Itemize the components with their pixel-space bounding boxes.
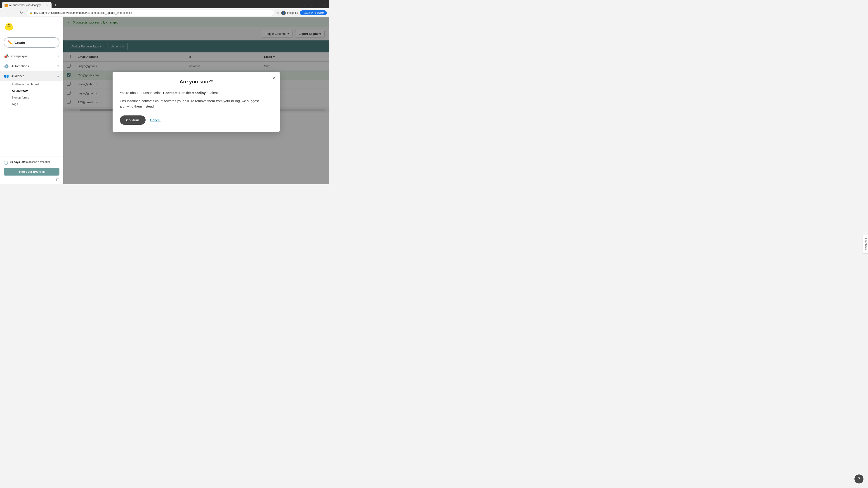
modal-line1-suffix: audience.	[206, 91, 221, 95]
sidebar-item-audience[interactable]: 👥 Audience ▲	[0, 71, 63, 81]
browser-actions: 👤 Incognito Relaunch to update	[281, 10, 327, 15]
trial-suffix: to access a free trial.	[26, 160, 51, 164]
sidebar-logo	[0, 18, 63, 35]
audience-label: Audience	[11, 74, 55, 78]
trial-text: 89 days left to access a free trial.	[10, 160, 51, 164]
mailchimp-logo	[4, 21, 14, 32]
tab-list-button[interactable]: ⌄	[302, 2, 309, 8]
tab-favicon: 🐵	[4, 4, 8, 7]
browser-tab-bar: 🐵 All subscribers of Moodjoy | Ma... ✕ +…	[0, 0, 329, 8]
sidebar-item-audience-dashboard[interactable]: Audience dashboard	[12, 81, 63, 88]
modal-actions: Confirm Cancel	[120, 116, 273, 125]
audience-icon: 👥	[4, 73, 9, 79]
back-button[interactable]: ←	[2, 10, 8, 16]
collapse-icon[interactable]: ⊡	[56, 177, 59, 182]
modal-title: Are you sure?	[120, 79, 273, 85]
audience-sub-nav: Audience dashboard All contacts Signup f…	[0, 81, 63, 107]
reload-button[interactable]: ↻	[19, 10, 24, 16]
modal-overlay: ✕ Are you sure? You're about to unsubscr…	[63, 18, 329, 184]
campaigns-chevron: ▼	[57, 55, 59, 58]
address-bar[interactable]: 🔒 us21.admin.mailchimp.com/lists/members…	[26, 10, 274, 16]
sidebar-bottom: 🕐 89 days left to access a free trial. S…	[0, 157, 63, 184]
window-controls: ⌄ ─ ❐ ✕	[302, 2, 327, 8]
tab-close-button[interactable]: ✕	[46, 3, 49, 7]
svg-point-2	[8, 24, 8, 25]
close-window-button[interactable]: ✕	[322, 3, 327, 7]
modal-line1-mid: from the	[178, 91, 192, 95]
modal-line2: Unsubscribed contacts count towards your…	[120, 98, 273, 109]
campaigns-icon: 📣	[4, 54, 9, 59]
campaigns-label: Campaigns	[11, 55, 55, 58]
confirm-modal: ✕ Are you sure? You're about to unsubscr…	[113, 72, 280, 132]
modal-line1-audience: Moodjoy	[192, 91, 206, 95]
clock-icon: 🕐	[4, 161, 8, 165]
sidebar-item-automations[interactable]: ⚙️ Automations ▼	[0, 61, 63, 71]
bookmark-button[interactable]: ☆	[276, 11, 279, 15]
new-tab-button[interactable]: +	[53, 2, 59, 8]
modal-close-button[interactable]: ✕	[272, 75, 276, 80]
incognito-icon: 👤	[281, 11, 286, 15]
confirm-button[interactable]: Confirm	[120, 116, 146, 125]
sidebar-item-tags[interactable]: Tags	[12, 101, 63, 107]
relaunch-button[interactable]: Relaunch to update	[300, 10, 327, 15]
start-trial-button[interactable]: Start your free trial	[4, 168, 59, 175]
cancel-button[interactable]: Cancel	[150, 118, 161, 122]
pencil-icon: ✏️	[8, 40, 13, 45]
trial-days: 89 days left	[10, 160, 25, 164]
modal-line1-prefix: You're about to unsubscribe	[120, 91, 162, 95]
automations-label: Automations	[11, 64, 55, 68]
incognito-area: 👤 Incognito	[281, 11, 298, 15]
main-content: ✓ 3 contacts successfully changed. Toggl…	[63, 18, 329, 184]
minimize-button[interactable]: ─	[309, 3, 314, 7]
modal-body: You're about to unsubscribe 1 contact fr…	[120, 90, 273, 109]
sidebar-item-campaigns[interactable]: 📣 Campaigns ▼	[0, 51, 63, 61]
lock-icon: 🔒	[29, 11, 33, 14]
url-text: us21.admin.mailchimp.com/lists/members/#…	[34, 11, 132, 14]
automations-icon: ⚙️	[4, 64, 9, 69]
modal-line1-count: 1 contact	[162, 91, 178, 95]
audience-chevron: ▲	[57, 74, 59, 78]
create-label: Create	[14, 41, 25, 44]
sidebar-item-all-contacts[interactable]: All contacts	[12, 88, 63, 94]
svg-point-4	[6, 24, 8, 27]
active-tab[interactable]: 🐵 All subscribers of Moodjoy | Ma... ✕	[2, 2, 52, 8]
browser-chrome: 🐵 All subscribers of Moodjoy | Ma... ✕ +…	[0, 0, 329, 18]
create-button[interactable]: ✏️ Create	[4, 37, 59, 48]
app-layout: ✏️ Create 📣 Campaigns ▼ ⚙️ Automations ▼…	[0, 18, 329, 184]
forward-button[interactable]: →	[10, 10, 17, 16]
tab-title: All subscribers of Moodjoy | Ma...	[9, 4, 45, 7]
svg-point-3	[9, 24, 10, 25]
modal-line1: You're about to unsubscribe 1 contact fr…	[120, 90, 273, 96]
browser-nav: ← → ↻ 🔒 us21.admin.mailchimp.com/lists/m…	[0, 8, 329, 18]
maximize-button[interactable]: ❐	[315, 3, 321, 7]
sidebar-item-signup-forms[interactable]: Signup forms	[12, 94, 63, 101]
incognito-label: Incognito	[287, 11, 298, 14]
automations-chevron: ▼	[57, 65, 59, 68]
svg-point-5	[10, 24, 12, 27]
sidebar: ✏️ Create 📣 Campaigns ▼ ⚙️ Automations ▼…	[0, 18, 63, 184]
collapse-sidebar-area: ⊡	[4, 175, 59, 182]
trial-info: 🕐 89 days left to access a free trial.	[4, 160, 59, 165]
